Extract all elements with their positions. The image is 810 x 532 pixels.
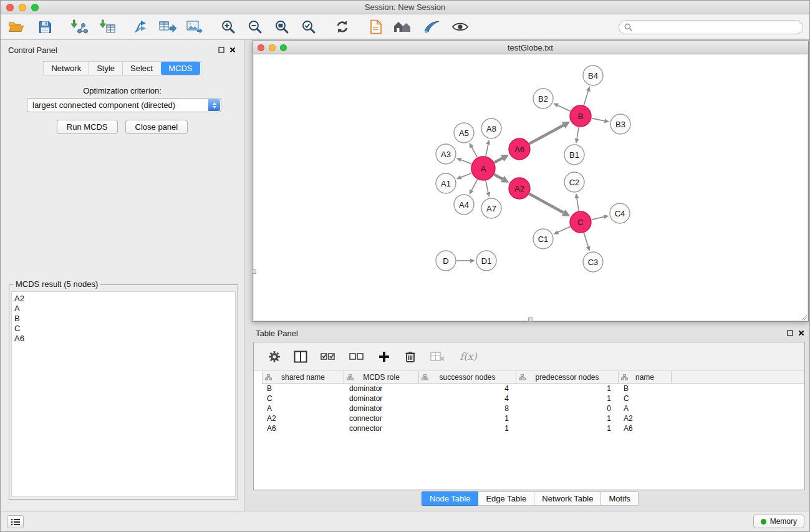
edge-A6-B[interactable]	[529, 125, 564, 144]
edge-C-C4[interactable]	[592, 217, 604, 220]
network-window-titlebar[interactable]: testGlobe.txt	[253, 41, 808, 54]
float-panel-button[interactable]	[218, 46, 225, 54]
table-cell[interactable]: 4	[419, 384, 516, 393]
node-B1[interactable]: B1	[564, 145, 584, 165]
table-cell[interactable]: 1	[516, 414, 619, 423]
node-C[interactable]: C	[570, 211, 591, 233]
column-header-shared-name[interactable]: shared name	[262, 371, 344, 383]
mcds-result-item[interactable]: B	[14, 314, 235, 324]
close-panel-button-label[interactable]: Close panel	[125, 120, 188, 134]
tab-mcds[interactable]: MCDS	[161, 62, 200, 75]
edge-A-A8[interactable]	[486, 144, 488, 156]
memory-button[interactable]: Memory	[753, 515, 804, 528]
edge-A-A3[interactable]	[461, 160, 471, 164]
edge-A-A7[interactable]	[486, 181, 488, 193]
mcds-result-item[interactable]: A6	[14, 334, 235, 344]
resize-handle-bottom[interactable]	[528, 317, 533, 322]
table-cell[interactable]: A2	[262, 414, 344, 423]
mcds-result-item[interactable]: A	[14, 304, 235, 314]
table-cell[interactable]: connector	[344, 414, 419, 423]
node-B4[interactable]: B4	[583, 65, 603, 85]
table-cell[interactable]: dominator	[344, 404, 419, 413]
tab-style[interactable]: Style	[89, 62, 122, 75]
show-columns-button[interactable]	[292, 349, 309, 365]
node-A2[interactable]: A2	[509, 178, 530, 199]
edge-C-C2[interactable]	[577, 198, 579, 211]
table-cell[interactable]: 1	[516, 394, 619, 403]
function-builder-button[interactable]: f(x)	[457, 349, 480, 365]
node-B[interactable]: B	[570, 105, 591, 127]
tab-edge-table[interactable]: Edge Table	[478, 491, 534, 506]
export-image-button[interactable]	[184, 17, 205, 37]
node-C4[interactable]: C4	[610, 203, 630, 223]
apply-layout-button[interactable]	[332, 17, 353, 37]
edge-B-B3[interactable]	[592, 118, 605, 121]
close-panel-button[interactable]	[229, 46, 236, 54]
home-button[interactable]	[392, 17, 413, 37]
table-cell[interactable]: A	[619, 404, 672, 413]
node-C2[interactable]: C2	[564, 172, 584, 192]
edge-B-B4[interactable]	[584, 91, 588, 105]
run-mcds-button[interactable]: Run MCDS	[57, 120, 118, 134]
table-row[interactable]: Cdominator41C	[262, 394, 804, 404]
table-cell[interactable]: 1	[419, 414, 516, 423]
network-canvas[interactable]: B4B2BB3A5A8A6A3AB1A1A2C2A4A7C4CC1DD1C3	[254, 55, 807, 320]
edge-C-C1[interactable]	[558, 226, 571, 232]
mcds-result-item[interactable]: A2	[14, 294, 235, 304]
search-input[interactable]	[635, 22, 803, 32]
edge-A-A4[interactable]	[471, 180, 477, 190]
node-B3[interactable]: B3	[610, 114, 630, 134]
table-row[interactable]: A2connector11A2	[262, 414, 804, 423]
node-A4[interactable]: A4	[454, 195, 474, 215]
table-cell[interactable]: connector	[344, 424, 419, 433]
mcds-result-item[interactable]: C	[14, 324, 235, 334]
save-session-button[interactable]	[34, 17, 55, 37]
tab-network-table[interactable]: Network Table	[534, 491, 601, 506]
tab-select[interactable]: Select	[122, 62, 160, 75]
mcds-result-list[interactable]: A2ABCA6	[11, 291, 236, 497]
import-network-button[interactable]	[68, 17, 89, 37]
resize-handle-left[interactable]	[252, 269, 256, 274]
settings-gear-button[interactable]	[266, 349, 282, 365]
table-cell[interactable]: 1	[419, 424, 516, 433]
edge-A-A5[interactable]	[471, 147, 477, 158]
select-all-button[interactable]	[319, 349, 337, 365]
network-view-window[interactable]: testGlobe.txt B4B2BB3A5A8A6A3AB1A1A2C2A4…	[252, 41, 809, 322]
zoom-window-button[interactable]	[31, 4, 39, 11]
column-header-successor-nodes[interactable]: successor nodes	[419, 371, 516, 383]
node-A7[interactable]: A7	[481, 198, 501, 218]
table-cell[interactable]: dominator	[344, 384, 419, 393]
tab-network[interactable]: Network	[44, 62, 89, 75]
deselect-all-button[interactable]	[347, 349, 366, 365]
table-cell[interactable]: dominator	[344, 394, 419, 403]
table-row[interactable]: A6connector11A6	[262, 423, 804, 433]
column-header-MCDS-role[interactable]: MCDS role	[344, 371, 419, 383]
node-A6[interactable]: A6	[509, 138, 530, 160]
import-table-button[interactable]	[97, 17, 118, 37]
table-cell[interactable]: A6	[262, 424, 344, 433]
resize-grip-icon[interactable]	[800, 313, 808, 321]
close-window-button[interactable]	[6, 4, 14, 11]
node-A5[interactable]: A5	[454, 123, 474, 143]
edge-A-A2[interactable]	[494, 175, 503, 179]
table-cell[interactable]: B	[619, 384, 672, 393]
table-float-panel-button[interactable]	[786, 329, 794, 337]
table-cell[interactable]: A6	[619, 424, 672, 433]
node-A[interactable]: A	[471, 157, 495, 180]
zoom-fit-button[interactable]	[271, 17, 292, 37]
node-C3[interactable]: C3	[583, 252, 603, 272]
zoom-out-button[interactable]	[244, 17, 266, 37]
document-button[interactable]	[365, 17, 387, 37]
edge-B-B1[interactable]	[577, 127, 579, 139]
table-row[interactable]: Bdominator41B	[262, 384, 804, 394]
table-cell[interactable]: A2	[619, 414, 672, 423]
eye-button[interactable]	[450, 17, 471, 37]
export-table-button[interactable]	[157, 17, 178, 37]
table-cell[interactable]: B	[262, 384, 344, 393]
node-A8[interactable]: A8	[481, 118, 501, 138]
node-C1[interactable]: C1	[533, 229, 553, 249]
edge-A-A6[interactable]	[494, 158, 503, 163]
table-cell[interactable]: 0	[516, 404, 619, 413]
zoom-selected-button[interactable]	[298, 17, 319, 37]
table-cell[interactable]: C	[619, 394, 672, 403]
